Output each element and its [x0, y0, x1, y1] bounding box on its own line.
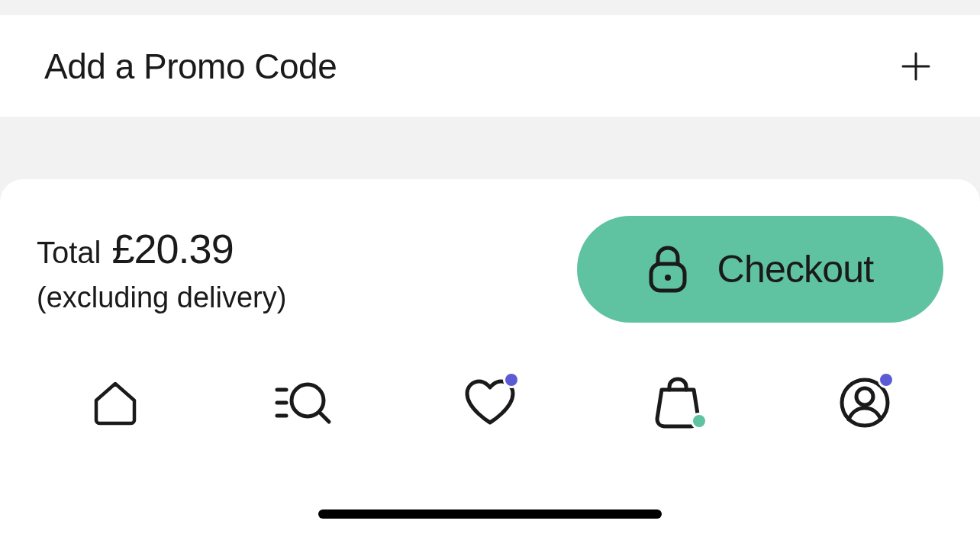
svg-point-3	[665, 275, 671, 281]
total-line: Total £20.39	[37, 225, 286, 272]
checkout-label: Checkout	[717, 247, 874, 291]
home-indicator[interactable]	[318, 509, 662, 519]
nav-search[interactable]	[269, 368, 337, 437]
svg-point-10	[856, 388, 873, 405]
notification-dot-icon	[503, 371, 520, 388]
spacer	[0, 117, 980, 179]
home-icon	[90, 378, 140, 428]
checkout-button[interactable]: Checkout	[577, 216, 943, 323]
status-area	[0, 0, 980, 15]
nav-favorites[interactable]	[456, 368, 524, 437]
cart-indicator-dot-icon	[691, 413, 708, 429]
svg-line-8	[320, 413, 329, 422]
nav-account[interactable]	[830, 368, 899, 437]
promo-code-row[interactable]: Add a Promo Code	[0, 15, 980, 117]
total-note: (excluding delivery)	[37, 281, 286, 314]
total-block: Total £20.39 (excluding delivery)	[37, 225, 286, 314]
total-label: Total	[37, 236, 102, 270]
summary-row: Total £20.39 (excluding delivery) Checko…	[37, 216, 943, 323]
search-list-icon	[272, 378, 334, 428]
summary-card: Total £20.39 (excluding delivery) Checko…	[0, 179, 980, 540]
plus-icon	[901, 51, 931, 82]
add-promo-button[interactable]	[896, 47, 936, 86]
notification-dot-icon	[878, 371, 895, 388]
promo-code-label: Add a Promo Code	[44, 46, 337, 87]
lock-icon	[647, 246, 688, 293]
total-amount: £20.39	[112, 225, 234, 272]
bottom-nav	[37, 368, 943, 437]
nav-bag[interactable]	[643, 368, 712, 437]
nav-home[interactable]	[81, 368, 150, 437]
